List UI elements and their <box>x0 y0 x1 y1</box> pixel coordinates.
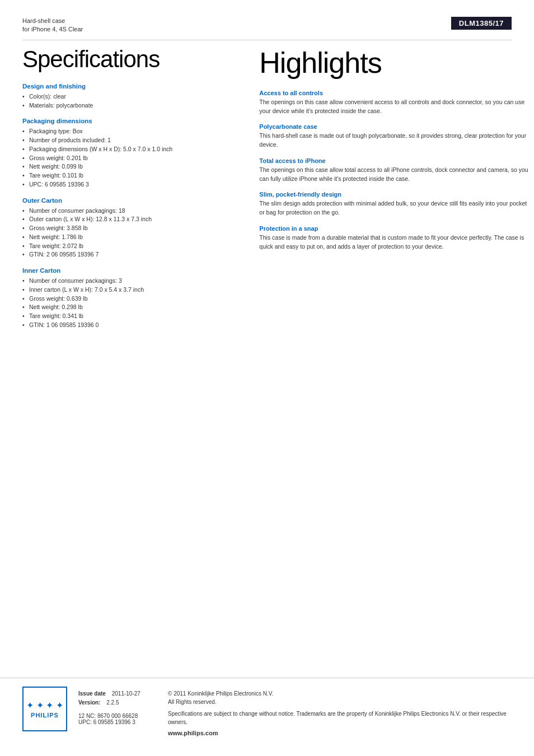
footer: ✦ ✦ ✦ ✦ PHILIPS Issue date 2011-10-27 Ve… <box>0 678 534 745</box>
list-item: Color(s): clear <box>22 92 242 101</box>
philips-logo: ✦ ✦ ✦ ✦ PHILIPS <box>22 687 67 731</box>
footer-version-row: Version: 2.2.5 <box>78 698 157 707</box>
issue-date-value: 2011-10-27 <box>112 689 140 698</box>
issue-date-label: Issue date <box>78 689 106 698</box>
highlight-total-access: Total access to iPhone The openings on t… <box>259 157 528 184</box>
list-item: Outer carton (L x W x H): 12.8 x 11.3 x … <box>22 215 242 224</box>
copyright-text: © 2011 Koninklijke Philips Electronics N… <box>168 689 512 706</box>
nc-label: 12 NC: <box>78 713 96 719</box>
list-item: Tare weight: 2.072 lb <box>22 242 242 251</box>
list-item: Gross weight: 0.639 lb <box>22 295 242 304</box>
list-item: Tare weight: 0.341 lb <box>22 312 242 321</box>
top-header: Hard-shell case for iPhone 4, 4S Clear D… <box>22 17 512 34</box>
list-item: Number of consumer packagings: 3 <box>22 277 242 286</box>
list-item: Nett weight: 0.298 lb <box>22 303 242 312</box>
packaging-dimensions-heading: Packaging dimensions <box>22 118 242 124</box>
footer-nc-row: 12 NC: 8670 000 66628 <box>78 713 157 719</box>
list-item: Packaging type: Box <box>22 127 242 136</box>
outer-carton-heading: Outer Carton <box>22 197 242 204</box>
highlight-heading-total: Total access to iPhone <box>259 157 528 164</box>
footer-issue-date-row: Issue date 2011-10-27 <box>78 689 157 698</box>
right-column: Highlights Access to all controls The op… <box>259 46 528 330</box>
website-link[interactable]: www.philips.com <box>168 730 512 736</box>
highlight-access-controls: Access to all controls The openings on t… <box>259 90 528 116</box>
list-item: Gross weight: 3.858 lb <box>22 224 242 233</box>
upc-value: 6 09585 19396 3 <box>93 719 135 725</box>
list-item: Materials: polycarbonate <box>22 101 242 110</box>
highlight-heading-slim: Slim, pocket-friendly design <box>259 191 528 198</box>
inner-carton-list: Number of consumer packagings: 3 Inner c… <box>22 277 242 330</box>
highlight-text-total: The openings on this case allow total ac… <box>259 166 528 184</box>
highlight-text-protection: This case is made from a durable materia… <box>259 234 528 251</box>
version-label: Version: <box>78 698 100 707</box>
inner-carton-heading: Inner Carton <box>22 267 242 274</box>
list-item: Tare weight: 0.101 lb <box>22 171 242 180</box>
outer-carton-list: Number of consumer packagings: 18 Outer … <box>22 207 242 260</box>
product-title-block: Hard-shell case for iPhone 4, 4S Clear <box>22 17 83 34</box>
specifications-title: Specifications <box>22 46 242 73</box>
list-item: Number of consumer packagings: 18 <box>22 207 242 216</box>
list-item: Nett weight: 0.099 lb <box>22 162 242 171</box>
page: Hard-shell case for iPhone 4, 4S Clear D… <box>0 0 534 756</box>
header-divider <box>22 40 512 40</box>
footer-nc-block: 12 NC: 8670 000 66628 UPC: 6 09585 19396… <box>78 713 157 725</box>
list-item: Gross weight: 0.201 lb <box>22 154 242 163</box>
highlight-heading-poly: Polycarbonate case <box>259 123 528 130</box>
highlights-title: Highlights <box>259 46 528 80</box>
main-content: Specifications Design and finishing Colo… <box>22 46 512 330</box>
footer-info: Issue date 2011-10-27 Version: 2.2.5 12 … <box>78 689 512 736</box>
copyright: © 2011 Koninklijke Philips Electronics N… <box>168 690 273 697</box>
highlight-text-poly: This hard-shell case is made out of toug… <box>259 132 528 150</box>
highlight-heading-protection: Protection in a snap <box>259 225 528 232</box>
footer-upc-row: UPC: 6 09585 19396 3 <box>78 719 157 725</box>
list-item: Nett weight: 1.786 lb <box>22 233 242 242</box>
footer-right: © 2011 Koninklijke Philips Electronics N… <box>168 689 512 736</box>
list-item: Inner carton (L x W x H): 7.0 x 5.4 x 3.… <box>22 286 242 295</box>
list-item: Number of products included: 1 <box>22 136 242 145</box>
list-item: GTIN: 1 06 09585 19396 0 <box>22 321 242 330</box>
rights: All Rights reserved. <box>168 699 217 705</box>
upc-label: UPC: <box>78 719 92 725</box>
highlight-text-access: The openings on this case allow convenie… <box>259 98 528 116</box>
product-line: Hard-shell case <box>22 17 83 25</box>
highlight-polycarbonate: Polycarbonate case This hard-shell case … <box>259 123 528 150</box>
disclaimer-text: Specifications are subject to change wit… <box>168 710 512 726</box>
highlight-text-slim: The slim design adds protection with min… <box>259 199 528 217</box>
model-badge: DLM1385/17 <box>451 17 512 30</box>
product-subtitle: for iPhone 4, 4S Clear <box>22 25 83 34</box>
highlight-slim-design: Slim, pocket-friendly design The slim de… <box>259 191 528 217</box>
version-value: 2.2.5 <box>106 698 119 707</box>
highlight-heading-access: Access to all controls <box>259 90 528 96</box>
list-item: Packaging dimensions (W x H x D): 5.0 x … <box>22 145 242 154</box>
philips-logo-text: PHILIPS <box>31 712 59 718</box>
highlight-protection: Protection in a snap This case is made f… <box>259 225 528 251</box>
left-column: Specifications Design and finishing Colo… <box>22 46 242 330</box>
nc-value: 8670 000 66628 <box>97 713 138 719</box>
list-item: UPC: 6 09585 19396 3 <box>22 180 242 189</box>
design-finishing-list: Color(s): clear Materials: polycarbonate <box>22 92 242 110</box>
footer-left: Issue date 2011-10-27 Version: 2.2.5 12 … <box>78 689 157 736</box>
philips-logo-stars: ✦ ✦ ✦ ✦ <box>26 700 63 711</box>
design-finishing-heading: Design and finishing <box>22 83 242 90</box>
packaging-dimensions-list: Packaging type: Box Number of products i… <box>22 127 242 189</box>
list-item: GTIN: 2 06 09585 19396 7 <box>22 250 242 259</box>
